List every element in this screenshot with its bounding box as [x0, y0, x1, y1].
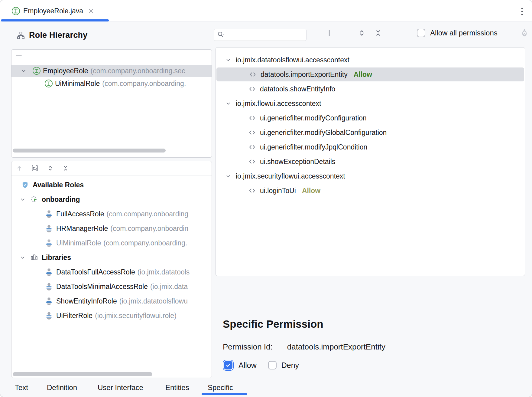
role-package: (com.company.onboarding. [103, 239, 187, 247]
group-row-onboarding[interactable]: onboarding [11, 193, 212, 206]
code-icon [248, 85, 256, 93]
role-name: DataToolsFullAccessRole [56, 268, 135, 276]
active-bottom-tab-indicator [202, 393, 247, 395]
permission-id-row: Permission Id: datatools.importExportEnt… [223, 342, 385, 352]
horizontal-scrollbar[interactable] [13, 372, 152, 376]
available-roles-title: Available Roles [33, 181, 84, 189]
app-window: EmployeeRole.java Role Hierarchy [0, 0, 532, 397]
group-row-libraries[interactable]: Libraries [11, 251, 212, 264]
permission-label: ui.showExceptionDetails [260, 158, 335, 166]
permission-id-value: datatools.importExportEntity [287, 342, 385, 352]
role-name: UiFilterRole [56, 312, 92, 320]
expand-all-icon[interactable] [47, 165, 54, 172]
role-icon [45, 311, 53, 320]
shield-check-icon [21, 181, 29, 189]
permission-row-modifyglobalconfiguration[interactable]: ui.genericfilter.modifyGlobalConfigurati… [216, 126, 525, 139]
role-package: (io.jmix.securityflowui.role) [95, 312, 177, 320]
allow-checkbox[interactable] [223, 360, 234, 371]
permission-row-showentityinfo[interactable]: datatools.showEntityInfo [216, 82, 525, 96]
more-options-icon[interactable] [518, 7, 526, 16]
permission-label: ui.loginToUi [260, 187, 296, 195]
deny-checkbox[interactable] [268, 361, 277, 369]
role-package: (io.jmix.datatools [138, 268, 190, 276]
role-name: DataToolsMinimalAccessRole [56, 283, 148, 291]
role-row-datatools-minimal[interactable]: DataToolsMinimalAccessRole (io.jmix.data [11, 280, 212, 293]
project-icon [30, 195, 38, 203]
code-icon [248, 71, 257, 78]
role-name: EmployeeRole [43, 67, 88, 75]
permission-label: ui.genericfilter.modifyConfiguration [260, 114, 367, 122]
role-package: (com.company.onboarding.sec [91, 67, 185, 75]
permission-group-row[interactable]: io.jmix.flowui.accesscontext [216, 97, 525, 110]
role-package: (io.jmix.datatoolsflowu [119, 297, 188, 305]
move-up-icon[interactable] [16, 165, 23, 172]
permission-tree-panel: io.jmix.datatoolsflowui.accesscontext da… [216, 47, 525, 276]
chevron-down-icon[interactable] [225, 57, 232, 63]
role-hierarchy-header: Role Hierarchy [17, 31, 87, 40]
tab-specific[interactable]: Specific [208, 383, 233, 392]
chevron-down-icon[interactable] [19, 254, 26, 261]
tab-user-interface[interactable]: User Interface [98, 383, 143, 392]
role-row-datatools-full[interactable]: DataToolsFullAccessRole (io.jmix.datatoo… [11, 265, 212, 279]
code-icon [248, 143, 256, 151]
permission-row-logintoui[interactable]: ui.loginToUi Allow [216, 184, 525, 197]
allow-all-checkbox[interactable] [417, 29, 425, 37]
tree-row-uiminimal-role[interactable]: UiMinimalRole (com.company.onboarding. [11, 77, 212, 90]
tree-row-employee-role[interactable]: EmployeeRole (com.company.onboarding.sec [11, 65, 212, 77]
permission-search-field[interactable] [214, 29, 307, 41]
permission-row-importexport[interactable]: datatools.importExportEntity Allow [216, 67, 524, 81]
permission-row-modifyconfiguration[interactable]: ui.genericfilter.modifyConfiguration [216, 111, 525, 125]
tab-entities[interactable]: Entities [165, 383, 189, 392]
role-icon [45, 224, 53, 233]
hot-swap-flame-icon [520, 28, 529, 38]
permission-tree-toolbar [324, 28, 383, 38]
permission-group-label: io.jmix.securityflowui.accesscontext [236, 172, 345, 180]
role-row-showentityinfo[interactable]: ShowEntityInfoRole (io.jmix.datatoolsflo… [11, 294, 212, 308]
add-icon[interactable] [324, 28, 334, 38]
chevron-down-icon[interactable] [225, 173, 232, 179]
allow-all-label: Allow all permissions [430, 29, 498, 37]
permission-label: ui.genericfilter.modifyGlobalConfigurati… [260, 129, 387, 137]
editor-tab[interactable]: EmployeeRole.java [0, 0, 94, 21]
role-row-uifilter[interactable]: UiFilterRole (io.jmix.securityflowui.rol… [11, 309, 212, 322]
chevron-down-icon[interactable] [19, 196, 26, 203]
checkmark-icon [224, 361, 232, 369]
role-name: UiMinimalRole [55, 80, 100, 88]
available-roles-root-row[interactable]: Available Roles [11, 178, 212, 192]
hierarchy-panel-header [11, 50, 212, 61]
code-icon [248, 129, 256, 136]
interface-icon [33, 67, 41, 75]
expand-all-icon[interactable] [357, 28, 367, 38]
tab-definition[interactable]: Definition [47, 383, 77, 392]
role-package: (com.company.onboarding. [102, 80, 186, 88]
permission-label: ui.genericfilter.modifyJpqlCondition [260, 143, 367, 151]
code-icon [248, 158, 256, 166]
interface-icon [12, 7, 20, 15]
horizontal-scrollbar[interactable] [13, 149, 166, 153]
chevron-down-icon[interactable] [20, 67, 27, 74]
role-row-fullaccess[interactable]: FullAccessRole (com.company.onboarding [11, 207, 212, 221]
role-package: (com.company.onboarding [107, 210, 189, 218]
role-row-uiminimal[interactable]: UiMinimalRole (com.company.onboarding. [11, 236, 212, 250]
permission-id-label: Permission Id: [223, 342, 273, 352]
close-icon[interactable] [88, 8, 94, 14]
role-row-hrmanager[interactable]: HRManagerRole (com.company.onboardin [11, 222, 212, 235]
remove-icon[interactable] [341, 28, 350, 38]
deny-checkbox-label: Deny [281, 361, 299, 370]
tab-text[interactable]: Text [15, 383, 28, 392]
allow-checkbox-label: Allow [238, 361, 257, 370]
active-tab-indicator [1, 19, 109, 21]
permission-label: datatools.importExportEntity [261, 71, 348, 79]
permission-row-showexceptiondetails[interactable]: ui.showExceptionDetails [216, 155, 525, 168]
permission-group-row[interactable]: io.jmix.securityflowui.accesscontext [216, 169, 525, 183]
allow-badge: Allow [302, 187, 320, 195]
search-icon [217, 31, 225, 39]
group-by-folder-icon[interactable] [31, 165, 38, 172]
collapse-all-icon[interactable] [62, 165, 69, 172]
chevron-down-icon[interactable] [225, 100, 232, 107]
collapse-all-icon[interactable] [373, 28, 383, 38]
permission-row-modifyjpqlcondition[interactable]: ui.genericfilter.modifyJpqlCondition [216, 140, 525, 154]
role-name: UiMinimalRole [56, 239, 101, 247]
permission-group-row[interactable]: io.jmix.datatoolsflowui.accesscontext [216, 53, 525, 67]
role-icon [45, 268, 53, 276]
